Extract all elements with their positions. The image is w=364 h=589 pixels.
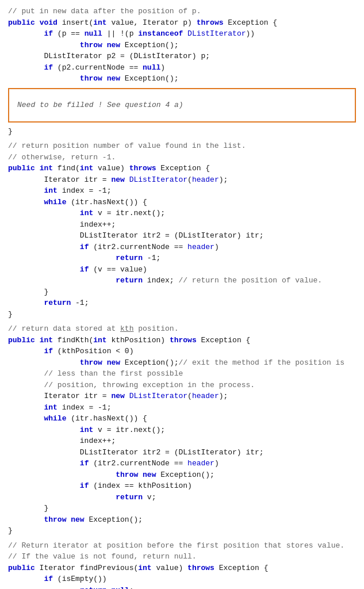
findprevious-method-body: public Iterator findPrevious(int value) … bbox=[8, 563, 356, 590]
insert-method-close: } bbox=[8, 126, 356, 137]
findkth-method-body: public int findKth(int kthPosition) thro… bbox=[8, 335, 356, 537]
placeholder-text: Need to be filled ! See question 4 a) bbox=[17, 100, 183, 111]
findkth-comment: // return data stored at kth position. bbox=[8, 323, 356, 335]
find-method-body: public int find(int value) throws Except… bbox=[8, 163, 356, 320]
fill-placeholder-box: Need to be filled ! See question 4 a) bbox=[8, 88, 356, 123]
insert-method-signature: public void insert(int value, Iterator p… bbox=[8, 17, 356, 85]
findprevious-comment: // Return iterator at position before th… bbox=[8, 540, 356, 563]
code-editor: // put in new data after the position of… bbox=[8, 6, 356, 589]
find-method-comment: // return position number of value found… bbox=[8, 140, 356, 163]
insert-method-comment: // put in new data after the position of… bbox=[8, 6, 356, 17]
